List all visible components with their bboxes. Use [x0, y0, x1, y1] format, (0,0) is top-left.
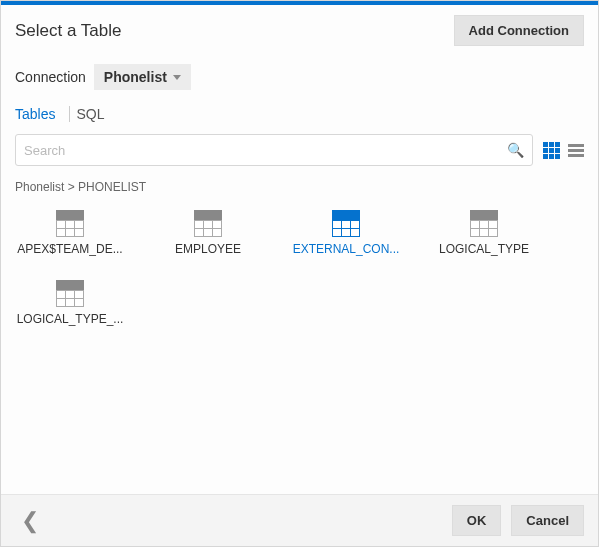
dialog-footer: ❮ OK Cancel — [1, 494, 598, 546]
dialog-title: Select a Table — [15, 21, 121, 41]
list-view-button[interactable] — [568, 144, 584, 157]
connection-select[interactable]: Phonelist — [94, 64, 191, 90]
table-item[interactable]: LOGICAL_TYPE — [429, 210, 539, 256]
table-icon — [56, 280, 84, 306]
connection-value: Phonelist — [104, 69, 167, 85]
table-icon — [332, 210, 360, 236]
table-icon — [470, 210, 498, 236]
search-box: 🔍 — [15, 134, 533, 166]
footer-buttons: OK Cancel — [452, 505, 584, 536]
breadcrumb-root[interactable]: Phonelist — [15, 180, 64, 194]
grid-icon — [543, 142, 560, 159]
dialog-header: Select a Table Add Connection — [1, 5, 598, 56]
add-connection-button[interactable]: Add Connection — [454, 15, 584, 46]
table-item-label: APEX$TEAM_DE... — [15, 242, 125, 256]
tab-separator — [69, 106, 70, 122]
grid-view-button[interactable] — [543, 142, 560, 159]
tab-sql[interactable]: SQL — [76, 100, 118, 128]
connection-row: Connection Phonelist — [1, 56, 598, 100]
breadcrumb-sep: > — [68, 180, 75, 194]
table-icon — [56, 210, 84, 236]
table-grid: APEX$TEAM_DE...EMPLOYEEEXTERNAL_CON...LO… — [1, 198, 598, 494]
tabs: Tables SQL — [1, 100, 598, 128]
table-item-label: EMPLOYEE — [153, 242, 263, 256]
ok-button[interactable]: OK — [452, 505, 502, 536]
table-icon — [194, 210, 222, 236]
search-row: 🔍 — [1, 128, 598, 172]
connection-label: Connection — [15, 69, 86, 85]
view-buttons — [543, 142, 584, 159]
chevron-down-icon — [173, 75, 181, 80]
table-item[interactable]: EXTERNAL_CON... — [291, 210, 401, 256]
search-icon[interactable]: 🔍 — [507, 142, 524, 158]
back-button[interactable]: ❮ — [15, 508, 45, 534]
breadcrumb-current: PHONELIST — [78, 180, 146, 194]
breadcrumb: Phonelist > PHONELIST — [1, 172, 598, 198]
search-input[interactable] — [24, 143, 507, 158]
list-icon — [568, 144, 584, 157]
table-item-label: LOGICAL_TYPE_... — [15, 312, 125, 326]
table-item-label: EXTERNAL_CON... — [291, 242, 401, 256]
table-item-label: LOGICAL_TYPE — [429, 242, 539, 256]
select-table-dialog: Select a Table Add Connection Connection… — [0, 0, 599, 547]
tab-tables[interactable]: Tables — [15, 100, 69, 128]
cancel-button[interactable]: Cancel — [511, 505, 584, 536]
table-item[interactable]: EMPLOYEE — [153, 210, 263, 256]
table-item[interactable]: APEX$TEAM_DE... — [15, 210, 125, 256]
table-item[interactable]: LOGICAL_TYPE_... — [15, 280, 125, 326]
